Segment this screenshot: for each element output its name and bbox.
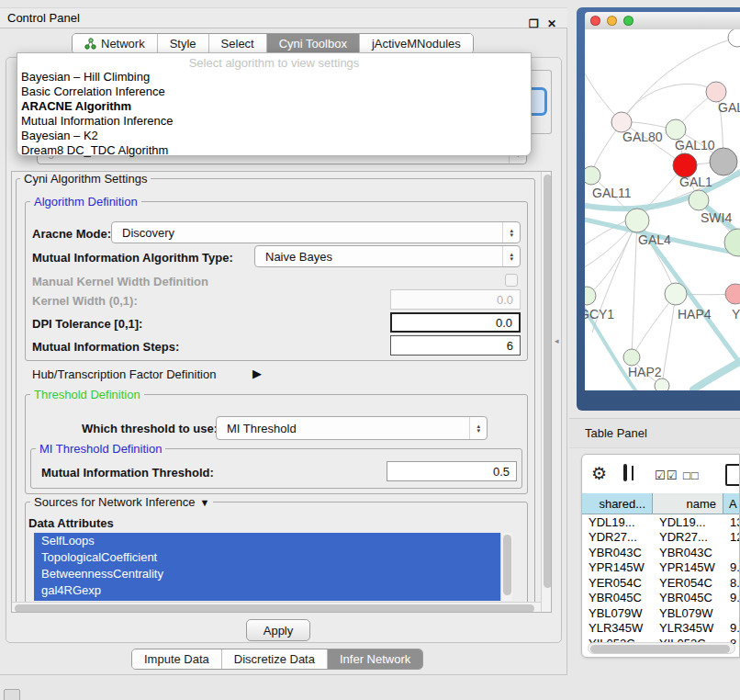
gear-icon[interactable]: ⚙ — [591, 463, 607, 484]
select-all-checkboxes-icon[interactable]: ☑☑ — [655, 469, 678, 482]
node-label: SWI4 — [701, 210, 732, 225]
table-window: ⚙ ☑☑ □□ shared... name A YDL19...YDL19..… — [581, 454, 740, 658]
hub-definition-label: Hub/Transcription Factor Definition — [32, 367, 216, 381]
tab-discretize-data[interactable]: Discretize Data — [222, 649, 328, 669]
table-row[interactable]: YPR145WYPR145W9. — [582, 560, 740, 576]
which-threshold-combo[interactable]: MI Threshold ▴▾ — [216, 416, 488, 440]
dpi-tolerance-label: DPI Tolerance [0,1]: — [32, 317, 142, 331]
table-row[interactable]: YBL079WYBL079W — [582, 605, 740, 621]
node-label: HAP4 — [678, 307, 712, 322]
minimize-traffic-light[interactable] — [607, 16, 617, 26]
node — [665, 283, 687, 305]
algorithm-option[interactable]: Bayesian – Hill Climbing — [19, 70, 529, 85]
mi-threshold-input[interactable]: 0.5 — [387, 461, 517, 481]
node — [689, 190, 709, 210]
table-row[interactable]: YBR043CYBR043C — [582, 545, 740, 560]
settings-horizontal-scrollbar[interactable] — [12, 602, 541, 613]
sources-collapse-icon[interactable]: ▼ — [200, 497, 210, 508]
control-panel-tabbar: Network Style Select Cyni Toolbox jActiv… — [72, 33, 474, 54]
column-header-shared-name[interactable]: shared... — [582, 493, 653, 514]
table-row[interactable]: YLR345WYLR345W9. — [582, 621, 740, 637]
threshold-definition-title: Threshold Definition — [30, 388, 144, 401]
float-icon[interactable]: ❐ — [529, 18, 539, 29]
column-header-clipped[interactable]: A — [723, 493, 740, 514]
table-panel-title: Table Panel — [585, 426, 647, 440]
tab-network[interactable]: Network — [73, 34, 158, 53]
node — [585, 166, 600, 185]
list-item[interactable]: gal4RGexp — [34, 582, 499, 599]
algorithm-option-selected[interactable]: ARACNE Algorithm — [19, 99, 529, 114]
settings-vertical-scrollbar[interactable] — [541, 172, 552, 613]
list-item[interactable]: BetweennessCentrality — [34, 566, 499, 582]
node-label: GAL — [718, 100, 740, 115]
columns-icon[interactable] — [623, 464, 627, 481]
control-panel-window: Control Panel ❐ ✕ Network Style Select C… — [0, 7, 567, 675]
tab-jactivemnodules[interactable]: jActiveMNodules — [360, 34, 473, 53]
node-label: HAP2 — [628, 365, 662, 379]
close-traffic-light[interactable] — [590, 16, 600, 26]
algorithm-popup-placeholder: Select algorithm to view settings — [19, 56, 529, 70]
node — [625, 209, 649, 232]
splitter-arrow-icon[interactable]: ◂ — [555, 336, 559, 345]
network-window-titlebar[interactable] — [585, 12, 740, 29]
table-row[interactable]: YDL19...YDL19...13 — [582, 514, 740, 530]
network-view-window: GAL GAL80 GAL10 GAL1 GAL11 SWI4 GAL4 GCY… — [577, 7, 740, 411]
column-header-name[interactable]: name — [653, 493, 723, 514]
aracne-mode-combo[interactable]: Discovery ▴▾ — [111, 221, 521, 243]
dock-mini-button[interactable] — [4, 689, 20, 700]
mi-algorithm-type-label: Mutual Information Algorithm Type: — [32, 251, 233, 265]
network-icon — [84, 38, 96, 50]
cyni-algorithm-settings-title: Cyni Algorithm Settings — [20, 172, 151, 186]
algorithm-option[interactable]: Dream8 DC_TDC Algorithm — [19, 143, 529, 158]
close-icon[interactable]: ✕ — [547, 18, 556, 29]
dpi-tolerance-input[interactable]: 0.0 — [390, 312, 521, 333]
combo-stepper-icon: ▴▾ — [502, 222, 520, 243]
list-vertical-scrollbar[interactable] — [500, 533, 512, 601]
deselect-all-checkboxes-icon[interactable]: □□ — [683, 469, 700, 482]
tab-infer-network[interactable]: Infer Network — [328, 649, 422, 669]
list-item[interactable]: TopologicalCoefficient — [34, 549, 499, 566]
table-rows: YDL19...YDL19...13 YDR27...YDR27...12 YB… — [582, 514, 740, 644]
node — [623, 349, 640, 366]
node — [706, 82, 726, 102]
data-attributes-list: SelfLoops TopologicalCoefficient Between… — [34, 533, 512, 601]
mi-algorithm-type-value: Naive Bayes — [265, 250, 332, 264]
node — [666, 119, 686, 140]
mi-steps-input[interactable]: 6 — [390, 335, 521, 356]
list-item[interactable]: SelfLoops — [34, 533, 499, 549]
table-row[interactable]: YBR045CYBR045C9. — [582, 591, 740, 606]
node — [725, 284, 740, 304]
file-icon[interactable] — [725, 464, 740, 486]
tab-select[interactable]: Select — [209, 34, 267, 53]
control-panel-title: Control Panel — [7, 11, 80, 25]
tab-cyni-toolbox[interactable]: Cyni Toolbox — [267, 34, 360, 53]
node-label: GAL4 — [638, 232, 671, 247]
mi-steps-label: Mutual Information Steps: — [32, 340, 179, 354]
algorithm-definition-title: Algorithm Definition — [30, 195, 141, 209]
table-horizontal-scrollbar[interactable] — [588, 642, 735, 654]
table-row[interactable]: YER054CYER054C8. — [582, 575, 740, 591]
which-threshold-value: MI Threshold — [227, 422, 297, 435]
algorithm-option[interactable]: Mutual Information Inference — [19, 114, 529, 129]
node-label: GAL10 — [675, 138, 715, 152]
kernel-width-label: Kernel Width (0,1): — [32, 294, 138, 308]
tab-style[interactable]: Style — [158, 34, 209, 53]
apply-button[interactable]: Apply — [246, 619, 310, 641]
tab-impute-data[interactable]: Impute Data — [132, 649, 222, 669]
mi-algorithm-type-combo[interactable]: Naive Bayes ▴▾ — [254, 245, 521, 267]
cyni-mode-tabbar: Impute Data Discretize Data Infer Networ… — [131, 649, 423, 670]
node — [728, 29, 740, 47]
network-canvas[interactable]: GAL GAL80 GAL10 GAL1 GAL11 SWI4 GAL4 GCY… — [585, 29, 740, 390]
aracne-mode-value: Discovery — [122, 226, 174, 240]
zoom-traffic-light[interactable] — [623, 16, 633, 26]
kernel-width-input: 0.0 — [390, 289, 521, 310]
algorithm-option[interactable]: Basic Correlation Inference — [19, 85, 529, 99]
mi-threshold-title: MI Threshold Definition — [36, 442, 165, 456]
algorithm-option[interactable]: Bayesian – K2 — [19, 129, 529, 143]
node — [655, 378, 669, 390]
hub-expand-icon[interactable]: ▶ — [252, 367, 262, 380]
mi-threshold-label: Mutual Information Threshold: — [41, 466, 214, 480]
node-label: Y — [732, 307, 740, 322]
combo-stepper-icon: ▴▾ — [469, 417, 487, 439]
table-row[interactable]: YDR27...YDR27...12 — [582, 530, 740, 546]
